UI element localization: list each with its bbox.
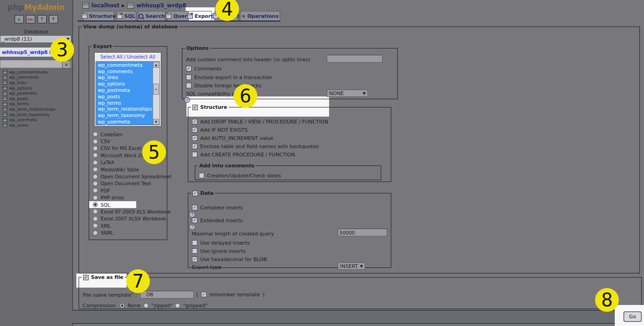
format-option-yaml[interactable]: YAML bbox=[89, 229, 167, 236]
tab-sql[interactable]: SQL bbox=[116, 11, 136, 21]
tab-export[interactable]: Export bbox=[188, 11, 212, 21]
format-option-mediawiki[interactable]: MediaWiki Table bbox=[89, 166, 167, 173]
radio-selected-icon[interactable] bbox=[93, 202, 98, 207]
multiselect-option[interactable]: wp_links bbox=[96, 75, 153, 81]
compression-none[interactable]: None bbox=[128, 303, 141, 309]
option-backquotes[interactable]: ✓Enclose table and field names with back… bbox=[192, 143, 319, 150]
checkbox-checked-icon[interactable]: ✓ bbox=[192, 205, 197, 210]
checkbox-icon[interactable] bbox=[199, 173, 204, 178]
option-create-procedure[interactable]: Add CREATE PROCEDURE / FUNCTION bbox=[192, 151, 295, 158]
scroll-down-icon[interactable]: ▼ bbox=[153, 119, 159, 125]
multiselect-option[interactable]: wp_commentmeta bbox=[96, 62, 153, 68]
radio-icon[interactable] bbox=[93, 139, 98, 144]
radio-icon[interactable] bbox=[93, 146, 98, 151]
multiselect-option[interactable]: wp_options bbox=[96, 80, 153, 87]
checkbox-checked-icon[interactable]: ✓ bbox=[201, 292, 207, 297]
radio-icon[interactable] bbox=[93, 167, 98, 172]
table-list-item[interactable]: wp_terms bbox=[3, 102, 71, 107]
table-list-item[interactable]: wp_comments bbox=[3, 75, 71, 80]
format-option-codegen[interactable]: CodeGen bbox=[89, 131, 167, 138]
multiselect-option[interactable]: wp_terms bbox=[96, 100, 153, 106]
checkbox-checked-icon[interactable]: ✓ bbox=[186, 66, 192, 71]
table-list-item[interactable]: wp_usermeta bbox=[3, 117, 71, 123]
table-list-item[interactable]: wp_users bbox=[3, 123, 71, 128]
table-list-item[interactable]: wp_links bbox=[3, 80, 71, 86]
tab-structure[interactable]: Structure bbox=[83, 11, 114, 21]
radio-icon[interactable] bbox=[93, 195, 98, 200]
option-delayed-inserts[interactable]: Use delayed inserts bbox=[192, 240, 250, 246]
table-list-item[interactable]: wp_term_taxonomy bbox=[3, 112, 71, 118]
format-option-pdf[interactable]: PDF bbox=[89, 187, 167, 194]
option-auto-increment[interactable]: ✓Add AUTO_INCREMENT value bbox=[192, 135, 273, 141]
multiselect-option[interactable]: wp_postmeta bbox=[96, 87, 153, 93]
home-icon[interactable]: ⌂ bbox=[15, 15, 24, 23]
breadcrumb-server[interactable]: localhost bbox=[91, 2, 119, 9]
multiselect-option[interactable]: wp_comments bbox=[96, 68, 153, 75]
option-if-not-exists[interactable]: ✓Add IF NOT EXISTS bbox=[192, 127, 247, 133]
checkbox-checked-icon[interactable]: ✓ bbox=[192, 119, 197, 124]
docs-icon[interactable]: ? bbox=[37, 15, 47, 23]
scrollbar-thumb[interactable]: ≡ bbox=[153, 84, 159, 95]
radio-icon[interactable] bbox=[175, 303, 180, 308]
compression-zipped[interactable]: "zipped" bbox=[151, 303, 173, 309]
custom-comment-input[interactable] bbox=[327, 55, 383, 63]
checkbox-icon[interactable] bbox=[192, 248, 197, 254]
radio-icon[interactable] bbox=[93, 132, 98, 137]
sql-docs-icon[interactable]: ? bbox=[49, 15, 58, 23]
radio-icon[interactable] bbox=[93, 181, 98, 186]
format-option-ods[interactable]: Open Document Spreadsheet bbox=[89, 173, 167, 180]
radio-icon[interactable] bbox=[93, 209, 98, 214]
radio-icon[interactable] bbox=[93, 188, 98, 193]
option-ignore-inserts[interactable]: Use ignore inserts bbox=[192, 248, 245, 254]
option-complete-inserts[interactable]: ✓Complete inserts bbox=[192, 204, 243, 211]
checkbox-checked-icon[interactable]: ✓ bbox=[192, 105, 198, 110]
radio-icon[interactable] bbox=[93, 174, 98, 179]
radio-icon[interactable] bbox=[93, 216, 98, 221]
checkbox-checked-icon[interactable]: ✓ bbox=[192, 135, 197, 141]
option-extended-inserts[interactable]: ✓Extended inserts bbox=[192, 217, 243, 224]
table-list-item[interactable]: wp_options bbox=[3, 86, 71, 91]
table-list-item[interactable]: wp_commentmeta bbox=[3, 69, 71, 75]
checkbox-icon[interactable] bbox=[186, 75, 192, 80]
radio-icon[interactable] bbox=[144, 303, 149, 308]
radio-icon[interactable] bbox=[93, 223, 98, 228]
option-creation-dates[interactable]: Creation/Update/Check dates bbox=[199, 172, 281, 179]
table-list-item[interactable]: wp_postmeta bbox=[3, 91, 71, 96]
option-transaction[interactable]: Enclose export in a transaction bbox=[186, 74, 272, 80]
option-hex-blob[interactable]: ✓Use hexadecimal for BLOB bbox=[192, 256, 267, 262]
file-name-template-input[interactable] bbox=[140, 291, 194, 299]
checkbox-checked-icon[interactable]: ✓ bbox=[192, 218, 197, 223]
table-multiselect[interactable]: wp_commentmeta wp_comments wp_links wp_o… bbox=[96, 61, 160, 125]
radio-icon[interactable] bbox=[93, 230, 98, 235]
current-database-name[interactable]: whhsup5_wrdp8 bbox=[2, 49, 48, 55]
current-database-link[interactable]: whhsup5_wrdp8 (11) bbox=[0, 48, 53, 57]
option-comments[interactable]: ✓Comments bbox=[186, 65, 222, 72]
option-add-drop[interactable]: ✓Add DROP TABLE / VIEW / PROCEDURE / FUN… bbox=[192, 118, 328, 125]
checkbox-icon[interactable] bbox=[192, 152, 197, 157]
export-type-select[interactable]: INSERT▼ bbox=[338, 262, 365, 270]
compression-gzipped[interactable]: "gzipped" bbox=[183, 303, 208, 309]
table-list-item[interactable]: wp_posts bbox=[3, 96, 71, 102]
radio-selected-icon[interactable] bbox=[120, 303, 125, 308]
breadcrumb-database[interactable]: whhsup5_wrdp8 bbox=[136, 2, 186, 9]
table-list-item[interactable]: wp_term_relationships bbox=[3, 107, 71, 112]
format-option-sql[interactable]: SQL bbox=[89, 201, 136, 208]
sql-compat-select[interactable]: NONE▼ bbox=[327, 90, 368, 97]
multiselect-option[interactable]: wp_term_taxonomy bbox=[96, 112, 153, 118]
format-option-xls[interactable]: Excel 97-2003 XLS Workbook bbox=[89, 208, 167, 215]
multiselect-option[interactable]: wp_posts bbox=[96, 93, 153, 100]
sql-window-icon[interactable]: SQL bbox=[26, 15, 35, 23]
tab-query[interactable]: Query bbox=[167, 11, 189, 21]
go-button[interactable]: Go bbox=[624, 312, 641, 321]
checkbox-checked-icon[interactable]: ✓ bbox=[192, 191, 198, 196]
tab-operations[interactable]: ×Operations bbox=[240, 11, 280, 21]
checkbox-checked-icon[interactable]: ✓ bbox=[83, 275, 89, 280]
help-icon[interactable]: ? bbox=[189, 224, 195, 230]
checkbox-icon[interactable] bbox=[192, 240, 197, 246]
format-option-odt[interactable]: Open Document Text bbox=[89, 180, 167, 187]
format-option-xlsx[interactable]: Excel 2007 XLSX Workbook bbox=[89, 215, 167, 222]
help-icon[interactable]: ? bbox=[184, 97, 190, 103]
radio-icon[interactable] bbox=[93, 153, 98, 158]
checkbox-checked-icon[interactable]: ✓ bbox=[192, 257, 197, 262]
format-option-xml[interactable]: XML bbox=[89, 222, 167, 229]
